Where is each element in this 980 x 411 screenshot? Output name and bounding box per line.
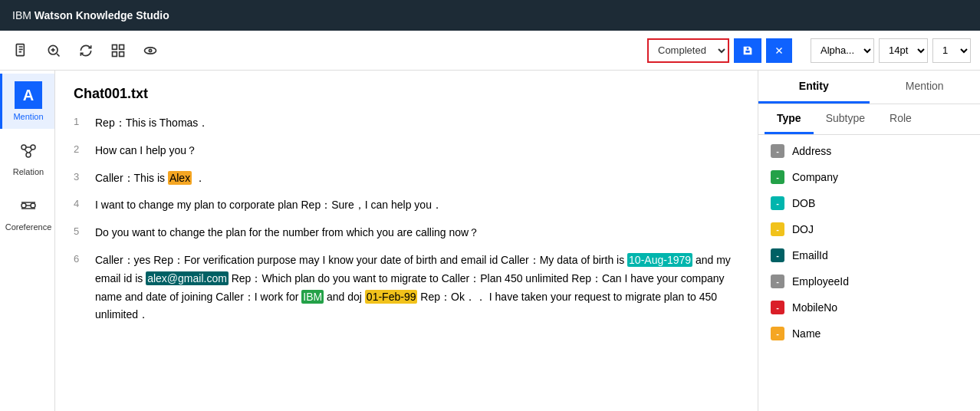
save-button[interactable] xyxy=(734,38,761,63)
brand-name: IBM Watson Knowledge Studio xyxy=(12,9,169,21)
entity-item-company[interactable]: -Company xyxy=(758,164,980,190)
document-icon-btn[interactable] xyxy=(9,40,34,61)
svg-point-11 xyxy=(31,145,35,150)
right-panel-tabs: Entity Mention xyxy=(758,71,980,104)
line-text-6: Caller：yes Rep：For verification purpose … xyxy=(95,252,739,324)
entity-dob[interactable]: 10-Aug-1979 xyxy=(627,253,692,267)
entity-label-emailid: EmailId xyxy=(792,249,828,261)
svg-line-15 xyxy=(29,150,32,153)
refresh-btn[interactable] xyxy=(74,40,98,61)
sidebar-item-coreference[interactable]: Coreference xyxy=(0,184,54,239)
line-2: 2 How can I help you？ xyxy=(74,142,739,160)
entity-item-doj[interactable]: -DOJ xyxy=(758,216,980,242)
entity-label-employeeid: EmployeeId xyxy=(792,275,849,288)
coreference-label: Coreference xyxy=(5,222,52,232)
svg-point-7 xyxy=(149,49,151,51)
toolbar-right: Alpha... Beta... 14pt 12pt 16pt 1 2 3 xyxy=(811,38,971,63)
toolbar-left xyxy=(9,40,641,61)
entity-label-address: Address xyxy=(792,145,831,157)
close-button[interactable] xyxy=(766,38,792,63)
mention-icon: A xyxy=(15,81,42,109)
entity-label-company: Company xyxy=(792,171,838,183)
document-area: Chat001.txt 1 Rep：This is Thomas． 2 How … xyxy=(55,71,758,411)
toolbar: Completed In Progress Incomplete Alpha..… xyxy=(0,31,980,71)
toolbar-center: Completed In Progress Incomplete xyxy=(647,38,792,63)
entity-item-employeeid[interactable]: -EmployeeId xyxy=(758,268,980,294)
entity-item-name[interactable]: -Name xyxy=(758,321,980,347)
line-3: 3 Caller：This is Alex ． xyxy=(74,169,739,188)
line-5: 5 Do you want to change the plan for the… xyxy=(74,224,739,242)
left-sidebar: A Mention Relation xyxy=(0,71,55,411)
line-num-1: 1 xyxy=(74,114,86,127)
main-layout: A Mention Relation xyxy=(0,71,980,411)
line-4: 4 I want to change my plan to corporate … xyxy=(74,196,739,215)
svg-rect-4 xyxy=(120,51,124,56)
top-bar: IBM Watson Knowledge Studio xyxy=(0,0,980,31)
relation-label: Relation xyxy=(13,167,44,176)
entity-item-dob[interactable]: -DOB xyxy=(758,190,980,216)
line-num-3: 3 xyxy=(74,169,86,182)
entity-email[interactable]: alex@gmail.com xyxy=(146,271,229,285)
line-text-4: I want to change my plan to corporate pl… xyxy=(95,196,739,215)
line-text-3: Caller：This is Alex ． xyxy=(95,169,739,188)
svg-point-12 xyxy=(26,153,31,157)
view-btn[interactable] xyxy=(138,40,163,61)
number-select[interactable]: 1 2 3 xyxy=(932,38,971,63)
line-text-2: How can I help you？ xyxy=(95,142,739,160)
sidebar-item-mention[interactable]: A Mention xyxy=(0,74,54,129)
type-tab-role[interactable]: Role xyxy=(877,104,924,134)
type-tab-type[interactable]: Type xyxy=(765,104,814,134)
zoom-in-btn[interactable] xyxy=(41,40,66,61)
entity-label-doj: DOJ xyxy=(792,223,814,235)
line-num-2: 2 xyxy=(74,142,86,155)
type-tab-subtype[interactable]: Subtype xyxy=(814,104,877,134)
line-num-6: 6 xyxy=(74,252,86,265)
svg-point-16 xyxy=(21,203,26,208)
entity-item-address[interactable]: -Address xyxy=(758,138,980,164)
entity-label-mobileno: MobileNo xyxy=(792,301,837,314)
entity-item-emailid[interactable]: -EmailId xyxy=(758,242,980,268)
svg-line-14 xyxy=(25,150,28,153)
font-size-select[interactable]: 14pt 12pt 16pt xyxy=(879,38,928,63)
type-tabs: Type Subtype Role xyxy=(758,104,980,135)
entity-company[interactable]: IBM xyxy=(301,290,324,304)
svg-rect-2 xyxy=(113,44,117,49)
document-title: Chat001.txt xyxy=(74,86,739,102)
sidebar-item-relation[interactable]: Relation xyxy=(0,129,54,184)
line-6: 6 Caller：yes Rep：For verification purpos… xyxy=(74,252,739,324)
svg-point-17 xyxy=(31,203,35,208)
line-text-1: Rep：This is Thomas． xyxy=(95,114,739,133)
tab-mention[interactable]: Mention xyxy=(870,71,981,104)
svg-point-10 xyxy=(21,145,26,150)
line-num-4: 4 xyxy=(74,196,86,209)
svg-rect-3 xyxy=(120,44,124,49)
entity-label-dob: DOB xyxy=(792,197,815,209)
entity-item-mobileno[interactable]: -MobileNo xyxy=(758,294,980,321)
tab-entity[interactable]: Entity xyxy=(758,71,870,104)
entity-alex[interactable]: Alex xyxy=(168,171,192,185)
line-num-5: 5 xyxy=(74,224,86,237)
status-select[interactable]: Completed In Progress Incomplete xyxy=(647,38,729,63)
coreference-icon xyxy=(15,192,42,219)
mention-label: Mention xyxy=(13,112,43,121)
svg-point-6 xyxy=(145,47,156,53)
svg-rect-5 xyxy=(113,51,117,56)
history-btn[interactable] xyxy=(106,40,130,61)
entity-doj[interactable]: 01-Feb-99 xyxy=(365,290,418,304)
alpha-select[interactable]: Alpha... Beta... xyxy=(811,38,874,63)
entity-list: -Address-Company-DOB-DOJ-EmailId-Employe… xyxy=(758,135,980,411)
relation-icon xyxy=(15,136,42,164)
entity-label-name: Name xyxy=(792,327,821,340)
line-1: 1 Rep：This is Thomas． xyxy=(74,114,739,133)
right-panel: Entity Mention Type Subtype Role -Addres… xyxy=(758,71,980,411)
line-text-5: Do you want to change the plan for the n… xyxy=(95,224,739,242)
